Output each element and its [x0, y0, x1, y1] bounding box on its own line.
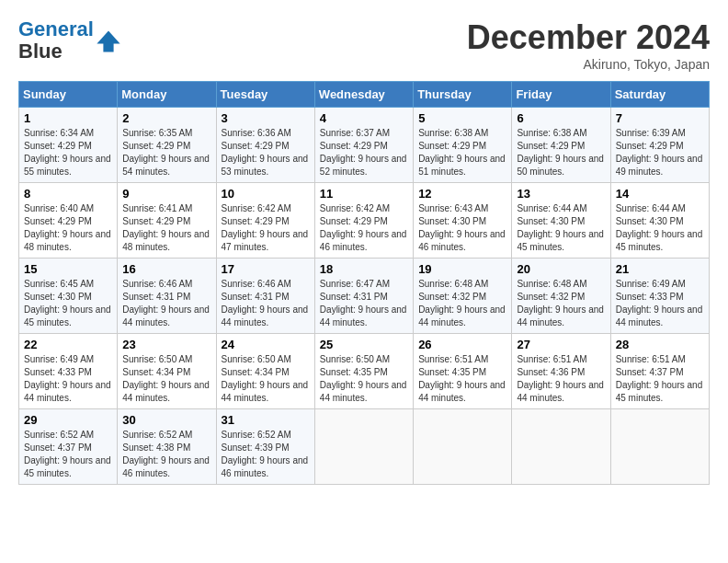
calendar-cell: 27Sunrise: 6:51 AMSunset: 4:36 PMDayligh…: [512, 334, 610, 409]
calendar-cell: 21Sunrise: 6:49 AMSunset: 4:33 PMDayligh…: [610, 259, 709, 334]
day-number: 7: [616, 111, 704, 125]
calendar-week-row: 22Sunrise: 6:49 AMSunset: 4:33 PMDayligh…: [19, 334, 710, 409]
calendar-cell: 16Sunrise: 6:46 AMSunset: 4:31 PMDayligh…: [118, 259, 216, 334]
calendar-week-row: 8Sunrise: 6:40 AMSunset: 4:29 PMDaylight…: [19, 183, 710, 259]
calendar-week-row: 1Sunrise: 6:34 AMSunset: 4:29 PMDaylight…: [19, 108, 710, 183]
day-info: Sunrise: 6:43 AMSunset: 4:30 PMDaylight:…: [418, 202, 506, 254]
weekday-header: Wednesday: [314, 82, 413, 108]
day-number: 29: [24, 413, 112, 427]
calendar-cell: 3Sunrise: 6:36 AMSunset: 4:29 PMDaylight…: [216, 108, 314, 183]
calendar-cell: 14Sunrise: 6:44 AMSunset: 4:30 PMDayligh…: [610, 183, 709, 259]
day-number: 14: [616, 187, 704, 201]
day-number: 6: [517, 111, 605, 125]
day-info: Sunrise: 6:42 AMSunset: 4:29 PMDaylight:…: [320, 202, 408, 254]
calendar-cell: 6Sunrise: 6:38 AMSunset: 4:29 PMDaylight…: [512, 108, 610, 183]
day-info: Sunrise: 6:46 AMSunset: 4:31 PMDaylight:…: [222, 278, 310, 329]
calendar-cell: 13Sunrise: 6:44 AMSunset: 4:30 PMDayligh…: [512, 183, 610, 259]
weekday-header: Sunday: [19, 82, 118, 108]
weekday-header-row: SundayMondayTuesdayWednesdayThursdayFrid…: [19, 82, 710, 108]
day-info: Sunrise: 6:41 AMSunset: 4:29 PMDaylight:…: [122, 202, 210, 254]
calendar-cell: 5Sunrise: 6:38 AMSunset: 4:29 PMDaylight…: [414, 108, 512, 183]
calendar-cell: 30Sunrise: 6:52 AMSunset: 4:38 PMDayligh…: [118, 409, 216, 485]
day-info: Sunrise: 6:46 AMSunset: 4:31 PMDaylight:…: [122, 278, 210, 329]
day-number: 1: [24, 111, 112, 125]
logo-text: GeneralBlue: [18, 18, 94, 63]
calendar-cell: [512, 409, 610, 485]
calendar-cell: 15Sunrise: 6:45 AMSunset: 4:30 PMDayligh…: [19, 259, 118, 334]
calendar-cell: 29Sunrise: 6:52 AMSunset: 4:37 PMDayligh…: [19, 409, 118, 485]
day-info: Sunrise: 6:45 AMSunset: 4:30 PMDaylight:…: [24, 278, 112, 329]
day-info: Sunrise: 6:50 AMSunset: 4:34 PMDaylight:…: [122, 353, 210, 405]
day-info: Sunrise: 6:51 AMSunset: 4:37 PMDaylight:…: [616, 353, 704, 405]
day-info: Sunrise: 6:36 AMSunset: 4:29 PMDaylight:…: [222, 127, 310, 178]
day-info: Sunrise: 6:39 AMSunset: 4:29 PMDaylight:…: [616, 127, 704, 178]
calendar-cell: 11Sunrise: 6:42 AMSunset: 4:29 PMDayligh…: [314, 183, 413, 259]
calendar-table: SundayMondayTuesdayWednesdayThursdayFrid…: [18, 81, 710, 485]
calendar-cell: 17Sunrise: 6:46 AMSunset: 4:31 PMDayligh…: [216, 259, 314, 334]
day-info: Sunrise: 6:51 AMSunset: 4:35 PMDaylight:…: [418, 353, 506, 405]
calendar-cell: [610, 409, 709, 485]
day-info: Sunrise: 6:44 AMSunset: 4:30 PMDaylight:…: [616, 202, 704, 254]
calendar-cell: 24Sunrise: 6:50 AMSunset: 4:34 PMDayligh…: [216, 334, 314, 409]
calendar-cell: 20Sunrise: 6:48 AMSunset: 4:32 PMDayligh…: [512, 259, 610, 334]
day-number: 10: [222, 187, 310, 201]
day-info: Sunrise: 6:40 AMSunset: 4:29 PMDaylight:…: [24, 202, 112, 254]
calendar-cell: 19Sunrise: 6:48 AMSunset: 4:32 PMDayligh…: [414, 259, 512, 334]
day-info: Sunrise: 6:37 AMSunset: 4:29 PMDaylight:…: [320, 127, 408, 178]
day-number: 11: [320, 187, 408, 201]
day-info: Sunrise: 6:50 AMSunset: 4:34 PMDaylight:…: [222, 353, 310, 405]
day-number: 18: [320, 262, 408, 276]
calendar-cell: 1Sunrise: 6:34 AMSunset: 4:29 PMDaylight…: [19, 108, 118, 183]
day-info: Sunrise: 6:47 AMSunset: 4:31 PMDaylight:…: [320, 278, 408, 329]
day-number: 31: [222, 413, 310, 427]
day-number: 23: [122, 338, 210, 351]
calendar-cell: 7Sunrise: 6:39 AMSunset: 4:29 PMDaylight…: [610, 108, 709, 183]
day-info: Sunrise: 6:38 AMSunset: 4:29 PMDaylight:…: [418, 127, 506, 178]
day-info: Sunrise: 6:48 AMSunset: 4:32 PMDaylight:…: [418, 278, 506, 329]
calendar-cell: 10Sunrise: 6:42 AMSunset: 4:29 PMDayligh…: [216, 183, 314, 259]
calendar-cell: 26Sunrise: 6:51 AMSunset: 4:35 PMDayligh…: [414, 334, 512, 409]
calendar-cell: 8Sunrise: 6:40 AMSunset: 4:29 PMDaylight…: [19, 183, 118, 259]
day-info: Sunrise: 6:35 AMSunset: 4:29 PMDaylight:…: [122, 127, 210, 178]
calendar-cell: 4Sunrise: 6:37 AMSunset: 4:29 PMDaylight…: [314, 108, 413, 183]
weekday-header: Thursday: [414, 82, 512, 108]
day-info: Sunrise: 6:52 AMSunset: 4:39 PMDaylight:…: [222, 429, 310, 480]
day-number: 25: [320, 338, 408, 351]
day-info: Sunrise: 6:44 AMSunset: 4:30 PMDaylight:…: [517, 202, 605, 254]
day-number: 4: [320, 111, 408, 125]
weekday-header: Tuesday: [216, 82, 314, 108]
day-number: 8: [24, 187, 112, 201]
day-info: Sunrise: 6:49 AMSunset: 4:33 PMDaylight:…: [24, 353, 112, 405]
calendar-cell: [414, 409, 512, 485]
day-number: 2: [122, 111, 210, 125]
calendar-week-row: 29Sunrise: 6:52 AMSunset: 4:37 PMDayligh…: [19, 409, 710, 485]
day-number: 21: [616, 262, 704, 276]
day-number: 27: [517, 338, 605, 351]
location: Akiruno, Tokyo, Japan: [467, 57, 710, 72]
day-info: Sunrise: 6:50 AMSunset: 4:35 PMDaylight:…: [320, 353, 408, 405]
logo: GeneralBlue: [18, 18, 121, 63]
calendar-cell: 23Sunrise: 6:50 AMSunset: 4:34 PMDayligh…: [118, 334, 216, 409]
day-number: 19: [418, 262, 506, 276]
day-info: Sunrise: 6:52 AMSunset: 4:37 PMDaylight:…: [24, 429, 112, 480]
weekday-header: Saturday: [610, 82, 709, 108]
day-info: Sunrise: 6:38 AMSunset: 4:29 PMDaylight:…: [517, 127, 605, 178]
day-info: Sunrise: 6:34 AMSunset: 4:29 PMDaylight:…: [24, 127, 112, 178]
title-block: December 2024 Akiruno, Tokyo, Japan: [467, 18, 710, 72]
weekday-header: Monday: [118, 82, 216, 108]
page-header: GeneralBlue December 2024 Akiruno, Tokyo…: [18, 18, 710, 72]
day-info: Sunrise: 6:48 AMSunset: 4:32 PMDaylight:…: [517, 278, 605, 329]
calendar-cell: 31Sunrise: 6:52 AMSunset: 4:39 PMDayligh…: [216, 409, 314, 485]
svg-marker-0: [97, 31, 119, 52]
day-number: 16: [122, 262, 210, 276]
day-number: 9: [122, 187, 210, 201]
calendar-cell: 28Sunrise: 6:51 AMSunset: 4:37 PMDayligh…: [610, 334, 709, 409]
calendar-cell: 9Sunrise: 6:41 AMSunset: 4:29 PMDaylight…: [118, 183, 216, 259]
day-number: 22: [24, 338, 112, 351]
day-number: 3: [222, 111, 310, 125]
calendar-cell: 25Sunrise: 6:50 AMSunset: 4:35 PMDayligh…: [314, 334, 413, 409]
day-number: 28: [616, 338, 704, 351]
day-number: 15: [24, 262, 112, 276]
day-number: 26: [418, 338, 506, 351]
calendar-cell: [314, 409, 413, 485]
